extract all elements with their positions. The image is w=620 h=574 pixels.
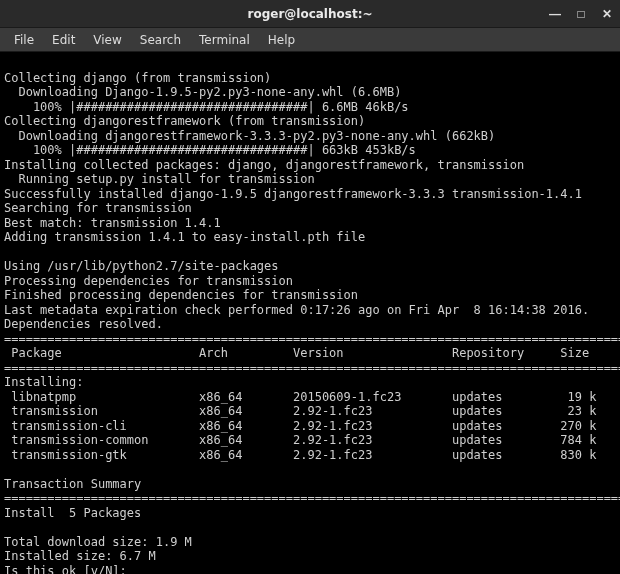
table-row: transmission-common x86_64 2.92-1.fc23 u… xyxy=(4,433,596,447)
table-row: transmission-gtk x86_64 2.92-1.fc23 upda… xyxy=(4,448,596,462)
output-line: 100% |################################| … xyxy=(4,143,416,157)
output-line: Collecting django (from transmission) xyxy=(4,71,271,85)
output-line: Running setup.py install for transmissio… xyxy=(4,172,315,186)
menu-help[interactable]: Help xyxy=(260,31,303,49)
output-line: Last metadata expiration check performed… xyxy=(4,303,589,317)
output-line: Installing: xyxy=(4,375,83,389)
output-line: Downloading djangorestframework-3.3.3-py… xyxy=(4,129,495,143)
output-line: Searching for transmission xyxy=(4,201,192,215)
table-header-line: Package Arch Version Repository Size xyxy=(4,346,589,360)
output-line: ========================================… xyxy=(4,332,620,346)
close-button[interactable]: ✕ xyxy=(600,8,614,20)
output-line: Collecting djangorestframework (from tra… xyxy=(4,114,365,128)
output-line: Finished processing dependencies for tra… xyxy=(4,288,358,302)
output-line: Install 5 Packages xyxy=(4,506,141,520)
output-line: ========================================… xyxy=(4,361,620,375)
menu-file[interactable]: File xyxy=(6,31,42,49)
output-line: Best match: transmission 1.4.1 xyxy=(4,216,221,230)
menu-terminal[interactable]: Terminal xyxy=(191,31,258,49)
output-line: Processing dependencies for transmission xyxy=(4,274,293,288)
output-line: Installed size: 6.7 M xyxy=(4,549,156,563)
output-line: Transaction Summary xyxy=(4,477,141,491)
table-row: transmission-cli x86_64 2.92-1.fc23 upda… xyxy=(4,419,596,433)
table-row: transmission x86_64 2.92-1.fc23 updates … xyxy=(4,404,596,418)
output-line: Installing collected packages: django, d… xyxy=(4,158,524,172)
maximize-button[interactable]: □ xyxy=(574,8,588,20)
menu-edit[interactable]: Edit xyxy=(44,31,83,49)
output-line: Adding transmission 1.4.1 to easy-instal… xyxy=(4,230,365,244)
menu-search[interactable]: Search xyxy=(132,31,189,49)
terminal-output[interactable]: Collecting django (from transmission) Do… xyxy=(0,52,620,574)
table-row: libnatpmp x86_64 20150609-1.fc23 updates… xyxy=(4,390,596,404)
minimize-button[interactable]: — xyxy=(548,8,562,20)
terminal-window: roger@localhost:~ — □ ✕ File Edit View S… xyxy=(0,0,620,574)
window-title: roger@localhost:~ xyxy=(247,7,372,21)
output-line: Downloading Django-1.9.5-py2.py3-none-an… xyxy=(4,85,401,99)
output-line: Using /usr/lib/python2.7/site-packages xyxy=(4,259,279,273)
menubar: File Edit View Search Terminal Help xyxy=(0,28,620,52)
output-line: 100% |################################| … xyxy=(4,100,409,114)
prompt-line: Is this ok [y/N]: xyxy=(4,564,134,575)
titlebar: roger@localhost:~ — □ ✕ xyxy=(0,0,620,28)
window-controls: — □ ✕ xyxy=(548,0,614,28)
output-line: Total download size: 1.9 M xyxy=(4,535,192,549)
output-line: Successfully installed django-1.9.5 djan… xyxy=(4,187,582,201)
output-line: Dependencies resolved. xyxy=(4,317,163,331)
menu-view[interactable]: View xyxy=(85,31,129,49)
output-line: ========================================… xyxy=(4,491,620,505)
